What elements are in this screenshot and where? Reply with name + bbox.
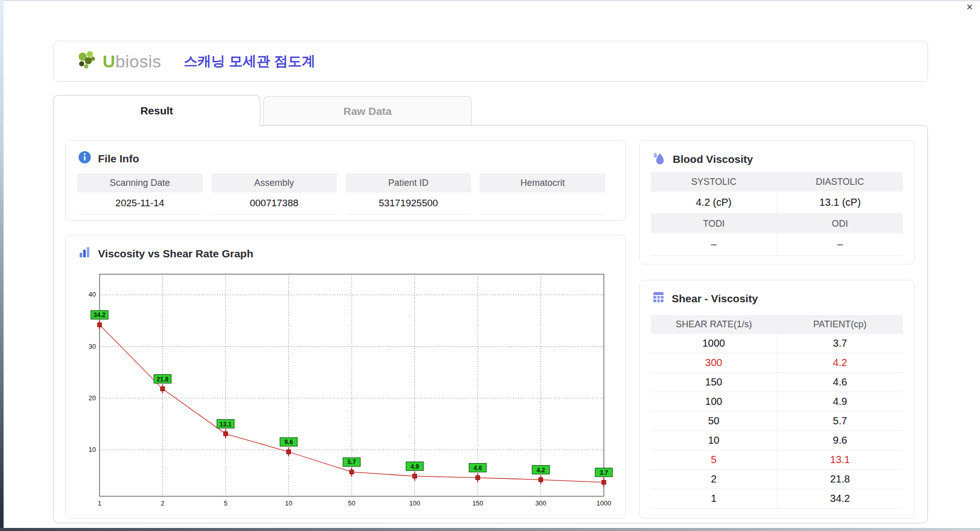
patient-value: 4.2: [777, 353, 903, 372]
bv-label-row: SYSTOLICDIASTOLIC: [651, 172, 903, 191]
graph-panel: Viscosity vs Shear Rate Graph 1020304012…: [65, 235, 626, 519]
svg-text:2: 2: [161, 499, 164, 507]
blood-viscosity-title: Blood Viscosity: [673, 153, 753, 165]
blood-viscosity-panel: Blood Viscosity SYSTOLICDIASTOLIC4.2 (cP…: [639, 140, 915, 264]
file-info-field: Assembly000717388: [211, 173, 337, 214]
bv-label-row: TODIODI: [651, 214, 903, 233]
shear-viscosity-panel: Shear - Viscosity SHEAR RATE(1/s) PATIEN…: [639, 280, 915, 519]
file-info-header: File Info: [66, 140, 625, 166]
shear-rate-value: 2: [651, 470, 777, 489]
svg-text:150: 150: [472, 499, 483, 507]
svg-text:50: 50: [348, 499, 355, 507]
table-row: 1504.6: [651, 373, 903, 392]
bar-chart-icon: [78, 246, 91, 261]
patient-value: 4.6: [777, 373, 903, 392]
field-value: [480, 192, 605, 214]
patient-value: 3.7: [777, 334, 903, 353]
shear-rate-value: 10: [651, 431, 777, 450]
logo-letters-biosis: biosis: [115, 52, 161, 71]
table-row: 3004.2: [651, 353, 903, 373]
close-icon[interactable]: ×: [966, 2, 973, 13]
table-row: 10003.7: [651, 334, 903, 353]
svg-text:40: 40: [89, 291, 96, 298]
desktop-edge-bottom: [0, 528, 980, 531]
field-label: Patient ID: [346, 173, 471, 192]
shear-table-body: 10003.73004.21504.61004.9505.7109.6513.1…: [651, 334, 903, 509]
desktop-edge-left: [0, 0, 4, 531]
svg-text:34.2: 34.2: [93, 311, 106, 319]
field-label: Assembly: [211, 173, 337, 192]
table-row: 1004.9: [651, 392, 903, 412]
patient-value: 4.9: [777, 392, 903, 411]
shear-rate-value: 150: [651, 373, 777, 392]
file-info-fields: Scanning Date2025-11-14Assembly000717388…: [77, 173, 605, 214]
bv-value-row: 4.2 (cP)13.1 (cP): [651, 191, 903, 214]
logo-text: Ubiosis: [103, 52, 161, 71]
shear-rate-value: 300: [651, 353, 777, 372]
file-info-panel: File Info Scanning Date2025-11-14Assembl…: [65, 140, 626, 221]
table-row: 221.8: [651, 470, 903, 489]
file-info-field: Patient ID53171925500: [346, 173, 471, 214]
shear-table-header: SHEAR RATE(1/s) PATIENT(cp): [651, 315, 903, 334]
shear-viscosity-header: Shear - Viscosity: [640, 280, 914, 306]
file-info-field: Scanning Date2025-11-14: [77, 173, 203, 214]
bv-value: –: [777, 233, 903, 256]
bv-label: DIASTOLIC: [777, 172, 903, 191]
tab-raw-data[interactable]: Raw Data: [263, 96, 472, 126]
bv-value: 13.1 (cP): [777, 191, 903, 214]
shear-table: SHEAR RATE(1/s) PATIENT(cp) 10003.73004.…: [651, 315, 903, 509]
patient-column-header: PATIENT(cp): [777, 319, 903, 330]
bv-value: 4.2 (cP): [651, 191, 777, 214]
field-value: 53171925500: [346, 192, 471, 214]
main-panel: File Info Scanning Date2025-11-14Assembl…: [53, 125, 928, 523]
graph-header: Viscosity vs Shear Rate Graph: [66, 235, 625, 261]
svg-text:100: 100: [409, 499, 421, 507]
shear-rate-column-header: SHEAR RATE(1/s): [651, 319, 777, 330]
patient-value: 9.6: [777, 431, 903, 450]
info-icon: [78, 151, 91, 166]
shear-rate-value: 1: [651, 489, 777, 508]
svg-text:5.7: 5.7: [348, 458, 356, 466]
ubiosis-logo-icon: [76, 50, 100, 73]
ubiosis-logo: Ubiosis: [76, 50, 161, 73]
patient-value: 13.1: [777, 450, 903, 469]
bv-value: –: [651, 233, 777, 256]
shear-rate-value: 100: [651, 392, 777, 411]
svg-text:5: 5: [224, 499, 227, 507]
table-row: 505.7: [651, 412, 903, 431]
svg-text:4.2: 4.2: [536, 467, 545, 474]
svg-text:4.9: 4.9: [410, 463, 419, 470]
bv-value-row: ––: [651, 233, 903, 256]
patient-value: 21.8: [777, 470, 903, 489]
file-info-title: File Info: [98, 153, 139, 165]
patient-value: 34.2: [777, 489, 903, 508]
table-row: 134.2: [651, 489, 903, 509]
shear-rate-value: 5: [651, 450, 777, 469]
svg-text:21.8: 21.8: [157, 376, 169, 383]
shear-rate-value: 1000: [651, 334, 777, 353]
file-info-field: Hematocrit: [480, 173, 605, 214]
svg-text:30: 30: [89, 343, 96, 350]
patient-value: 5.7: [777, 412, 903, 430]
app-title: 스캐닝 모세관 점도계: [184, 52, 315, 70]
bv-label: ODI: [777, 214, 903, 233]
svg-text:300: 300: [535, 499, 547, 507]
svg-text:3.7: 3.7: [600, 469, 608, 476]
svg-text:10: 10: [89, 446, 96, 453]
svg-text:1: 1: [97, 499, 101, 507]
table-icon: [652, 291, 665, 306]
svg-text:9.6: 9.6: [284, 439, 293, 446]
application-window: × Ubiosis 스캐닝 모세관 점도계 Result Raw Data: [0, 0, 980, 531]
shear-viscosity-title: Shear - Viscosity: [672, 293, 758, 305]
droplet-icon: [652, 151, 666, 167]
viscosity-chart: 102030401251050100150300100034.221.813.1…: [83, 264, 619, 508]
tab-result[interactable]: Result: [53, 95, 260, 126]
blood-viscosity-header: Blood Viscosity: [640, 140, 914, 167]
svg-text:20: 20: [89, 394, 96, 402]
window-top-border: [0, 0, 980, 1]
field-value: 2025-11-14: [77, 192, 203, 214]
field-label: Hematocrit: [480, 173, 605, 192]
svg-text:4.6: 4.6: [474, 465, 482, 472]
logo-letter-u: U: [103, 52, 115, 71]
graph-title: Viscosity vs Shear Rate Graph: [98, 248, 253, 260]
